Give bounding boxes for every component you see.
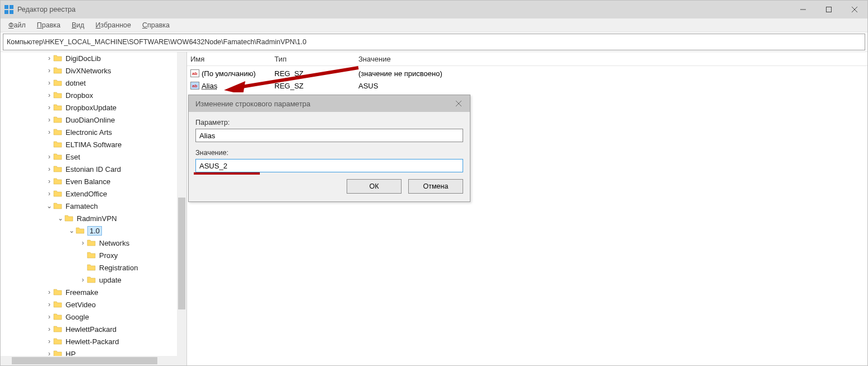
menu-избранное[interactable]: Избранное <box>90 20 137 30</box>
values-pane: Имя Тип Значение ab(По умолчанию)REG_SZ(… <box>187 52 867 365</box>
expand-icon[interactable]: › <box>45 116 53 124</box>
expand-icon[interactable]: › <box>45 91 53 99</box>
folder-icon <box>53 54 62 63</box>
expand-icon[interactable]: ⌄ <box>68 227 76 234</box>
param-field: Alias <box>195 129 463 142</box>
close-button[interactable] <box>842 1 867 18</box>
window-title: Редактор реестра <box>17 6 76 13</box>
folder-icon <box>87 275 96 284</box>
expand-icon[interactable]: › <box>45 67 53 74</box>
tree-item[interactable]: ›Networks <box>1 237 186 249</box>
tree-item[interactable]: ›ExtendOffice <box>1 187 186 200</box>
expand-icon[interactable]: › <box>45 325 53 333</box>
cancel-button[interactable]: Отмена <box>408 179 463 194</box>
folder-icon <box>53 312 62 321</box>
tree-item[interactable]: ›update <box>1 274 186 286</box>
expand-icon[interactable]: › <box>45 313 53 321</box>
expand-icon[interactable]: › <box>45 54 53 62</box>
tree-label: Famatech <box>66 202 98 210</box>
tree-item[interactable]: ›Freemake <box>1 286 186 298</box>
tree-item[interactable]: ›Eset <box>1 151 186 163</box>
expand-icon[interactable]: › <box>45 165 53 173</box>
dialog-title: Изменение строкового параметра <box>195 100 310 108</box>
tree-item[interactable]: ›Google <box>1 311 186 323</box>
expand-icon[interactable]: › <box>45 177 53 185</box>
minimize-button[interactable] <box>790 1 816 18</box>
tree-label: DuoDianOnline <box>66 116 115 124</box>
tree-label: DigiDocLib <box>66 54 101 63</box>
value-name: Alias <box>202 82 217 90</box>
address-text: Компьютер\HKEY_LOCAL_MACHINE\SOFTWARE\WO… <box>7 38 306 46</box>
tree-item[interactable]: Proxy <box>1 249 186 261</box>
column-type[interactable]: Тип <box>274 55 358 63</box>
menu-вид[interactable]: Вид <box>66 20 90 30</box>
values-list[interactable]: ab(По умолчанию)REG_SZ(значение не присв… <box>187 66 867 92</box>
tree-label: Networks <box>99 239 129 247</box>
tree-label: Google <box>66 313 89 321</box>
tree-label: Electronic Arts <box>66 128 112 137</box>
tree-item[interactable]: ›Dropbox <box>1 89 186 101</box>
tree-horizontal-scrollbar[interactable] <box>1 356 186 365</box>
tree-item[interactable]: ⌄RadminVPN <box>1 212 186 224</box>
tree-vertical-scroll-thumb[interactable] <box>178 198 185 309</box>
tree-item[interactable]: ›DigiDocLib <box>1 52 186 64</box>
column-name[interactable]: Имя <box>190 55 274 63</box>
maximize-button[interactable] <box>816 1 842 18</box>
tree-item[interactable]: ⌄Famatech <box>1 200 186 212</box>
value-row[interactable]: abAliasREG_SZASUS <box>187 79 867 92</box>
menubar: ФайлПравкаВидИзбранноеСправка <box>1 18 867 32</box>
tree-horizontal-scroll-thumb[interactable] <box>12 357 157 364</box>
tree-item[interactable]: Registration <box>1 261 186 274</box>
value-type: REG_SZ <box>274 82 358 90</box>
column-value[interactable]: Значение <box>358 55 867 63</box>
folder-icon <box>53 165 62 173</box>
folder-icon <box>53 201 62 210</box>
expand-icon[interactable]: › <box>45 337 53 345</box>
menu-правка[interactable]: Правка <box>31 20 66 30</box>
registry-tree[interactable]: ›DigiDocLib›DivXNetworks›dotnet›Dropbox›… <box>1 52 186 365</box>
ok-button[interactable]: ОК <box>347 179 402 194</box>
tree-item[interactable]: ›DuoDianOnline <box>1 114 186 126</box>
values-header: Имя Тип Значение <box>187 52 867 66</box>
tree-label: update <box>99 276 122 284</box>
expand-icon[interactable]: › <box>45 128 53 136</box>
tree-item[interactable]: ›Even Balance <box>1 175 186 187</box>
expand-icon[interactable]: › <box>79 239 87 247</box>
expand-icon[interactable]: › <box>79 276 87 284</box>
menu-файл[interactable]: Файл <box>3 20 31 30</box>
tree-label: Dropbox <box>66 91 93 100</box>
expand-icon[interactable]: › <box>45 104 53 111</box>
dialog-close-button[interactable] <box>447 95 470 112</box>
svg-rect-4 <box>827 7 832 12</box>
expand-icon[interactable]: › <box>45 190 53 198</box>
expand-icon[interactable]: › <box>45 153 53 161</box>
menu-справка[interactable]: Справка <box>137 20 175 30</box>
tree-item[interactable]: ›Estonian ID Card <box>1 163 186 175</box>
folder-icon <box>53 337 62 346</box>
tree-item[interactable]: ›DivXNetworks <box>1 64 186 77</box>
tree-item[interactable]: ›HewlettPackard <box>1 323 186 335</box>
tree-item[interactable]: ⌄1.0 <box>1 224 186 237</box>
tree-item[interactable]: ›dotnet <box>1 77 186 89</box>
expand-icon[interactable]: ⌄ <box>45 202 53 210</box>
folder-icon <box>53 128 62 137</box>
expand-icon[interactable]: › <box>45 301 53 308</box>
tree-label: Estonian ID Card <box>66 165 121 173</box>
tree-item[interactable]: ›Hewlett-Packard <box>1 335 186 348</box>
expand-icon[interactable]: ⌄ <box>57 214 64 222</box>
value-field[interactable]: ASUS_2 <box>195 159 463 172</box>
folder-icon <box>53 325 62 334</box>
folder-icon <box>53 78 62 87</box>
tree-vertical-scrollbar[interactable] <box>177 52 186 356</box>
tree-item[interactable]: ›DropboxUpdate <box>1 101 186 114</box>
titlebar: Редактор реестра <box>1 1 867 18</box>
edit-string-dialog: Изменение строкового параметра Параметр:… <box>188 95 470 202</box>
expand-icon[interactable]: › <box>45 79 53 87</box>
tree-item[interactable]: ›Electronic Arts <box>1 126 186 138</box>
address-bar[interactable]: Компьютер\HKEY_LOCAL_MACHINE\SOFTWARE\WO… <box>3 34 865 50</box>
expand-icon[interactable]: › <box>45 288 53 296</box>
tree-item[interactable]: ›GetVideo <box>1 298 186 311</box>
value-name: (По умолчанию) <box>202 69 256 78</box>
tree-item[interactable]: ELTIMA Software <box>1 138 186 151</box>
value-row[interactable]: ab(По умолчанию)REG_SZ(значение не присв… <box>187 67 867 79</box>
